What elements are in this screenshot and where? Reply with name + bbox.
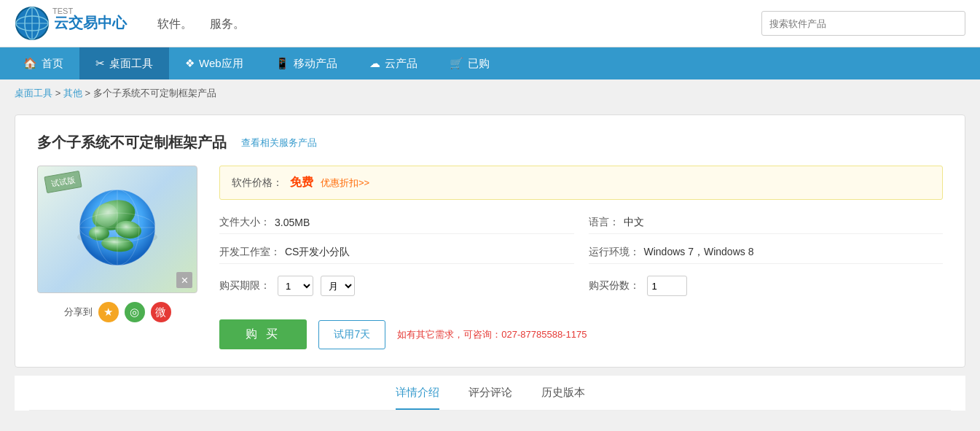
image-close-button[interactable]: ✕ [176,272,192,288]
share-icon-star[interactable]: ★ [98,302,119,322]
share-row: 分享到 ★ ◎ 微 [64,302,171,322]
period-unit-select[interactable]: 月 年 [321,276,355,296]
nav-home-label: 首页 [42,57,63,71]
product-title-row: 多个子系统不可定制框架产品 查看相关服务产品 [37,133,943,152]
logo-area: TEST 云交易中心 [15,6,127,41]
contact-text: 如有其它需求，可咨询：027-87785588-1175 [397,328,587,341]
product-image-col: 试试版 [37,166,197,349]
product-info-col: 软件价格： 免费 优惠折扣>> 文件大小： 3.05MB 语言： 中文 开 [219,166,943,349]
desktop-icon: ✂ [95,57,105,70]
info-grid: 文件大小： 3.05MB 语言： 中文 开发工作室： CS开发小分队 运行环境：… [219,211,943,264]
tab-detail[interactable]: 详情介绍 [396,386,439,410]
breadcrumb-sep2: > [85,88,93,98]
nav-purchased-label: 已购 [468,57,490,71]
share-icon-weibo[interactable]: 微 [151,302,171,322]
studio-label: 开发工作室： [219,246,281,259]
nav-mobile[interactable]: 📱 移动产品 [259,47,353,79]
header-search [761,11,965,36]
quantity-input[interactable] [647,276,687,296]
trial-button[interactable]: 试用7天 [318,320,385,349]
tab-history[interactable]: 历史版本 [541,386,585,410]
cart-icon: 🛒 [450,57,463,70]
breadcrumb-other[interactable]: 其他 [63,88,82,98]
purchase-rows: 购买期限： 1 2 3 6 12 月 年 [219,276,943,308]
cloud-icon: ☁ [369,57,380,70]
quantity-row: 购买份数： [589,276,944,296]
discount-link[interactable]: 优惠折扣>> [321,176,369,190]
home-icon: 🏠 [23,57,37,70]
period-row: 购买期限： 1 2 3 6 12 月 年 [219,276,574,296]
content-area: 多个子系统不可定制框架产品 查看相关服务产品 试试版 [0,107,980,425]
share-icon-circle[interactable]: ◎ [125,302,145,322]
breadcrumb-sep1: > [55,88,63,98]
mobile-icon: 📱 [275,57,289,70]
tabs-bar: 详情介绍 评分评论 历史版本 [29,376,951,411]
web-icon: ❖ [185,57,195,70]
product-title: 多个子系统不可定制框架产品 [37,133,227,152]
language-label: 语言： [589,216,619,229]
language-value: 中文 [624,216,644,229]
svg-point-16 [95,203,118,227]
env-row: 运行环境： Windows 7，Windows 8 [589,241,944,264]
price-label: 软件价格： [232,176,283,190]
nav-cloud[interactable]: ☁ 云产品 [353,47,434,79]
breadcrumb-desktop[interactable]: 桌面工具 [15,88,52,98]
search-input[interactable] [761,11,965,36]
nav-bar: 🏠 首页 ✂ 桌面工具 ❖ Web应用 📱 移动产品 ☁ 云产品 🛒 已购 [0,47,980,79]
nav-home[interactable]: 🏠 首页 [7,47,79,79]
file-size-value: 3.05MB [275,217,310,228]
header-nav-service[interactable]: 服务。 [201,0,254,47]
nav-web-label: Web应用 [199,57,243,71]
nav-cloud-label: 云产品 [385,57,418,71]
nav-desktop[interactable]: ✂ 桌面工具 [79,47,169,79]
tabs-section: 详情介绍 评分评论 历史版本 [15,375,965,411]
file-size-row: 文件大小： 3.05MB [219,211,574,234]
buy-button[interactable]: 购 买 [219,319,307,349]
nav-mobile-label: 移动产品 [294,57,337,71]
breadcrumb: 桌面工具 > 其他 > 多个子系统不可定制框架产品 [0,79,980,107]
header-nav-software[interactable]: 软件。 [149,0,201,47]
studio-row: 开发工作室： CS开发小分队 [219,241,574,264]
share-label: 分享到 [64,306,93,319]
env-label: 运行环境： [589,246,640,259]
product-card: 多个子系统不可定制框架产品 查看相关服务产品 试试版 [15,114,965,368]
language-row: 语言： 中文 [589,211,944,234]
breadcrumb-current: 多个子系统不可定制框架产品 [93,88,216,98]
header-nav: 软件。 服务。 [149,0,761,47]
price-value: 免费 [290,175,313,190]
file-size-label: 文件大小： [219,216,270,229]
nav-purchased[interactable]: 🛒 已购 [434,47,506,79]
globe-illustration [70,182,165,277]
action-row: 购 买 试用7天 如有其它需求，可咨询：027-87785588-1175 [219,319,943,349]
period-label: 购买期限： [219,279,270,292]
header: TEST 云交易中心 软件。 服务。 [0,0,980,47]
view-related-link[interactable]: 查看相关服务产品 [241,136,317,150]
env-value: Windows 7，Windows 8 [644,246,754,259]
nav-desktop-label: 桌面工具 [109,57,153,71]
tab-review[interactable]: 评分评论 [469,386,512,410]
studio-value: CS开发小分队 [285,246,350,259]
product-body: 试试版 [37,166,943,349]
price-row: 软件价格： 免费 优惠折扣>> [219,166,943,200]
quantity-label: 购买份数： [589,279,640,292]
logo-text: 云交易中心 [54,15,127,30]
logo-text-block: TEST 云交易中心 [54,17,127,30]
logo-icon [15,6,50,41]
period-select[interactable]: 1 2 3 6 12 [278,276,313,296]
nav-web[interactable]: ❖ Web应用 [169,47,259,79]
product-image-wrapper: 试试版 [37,166,197,293]
